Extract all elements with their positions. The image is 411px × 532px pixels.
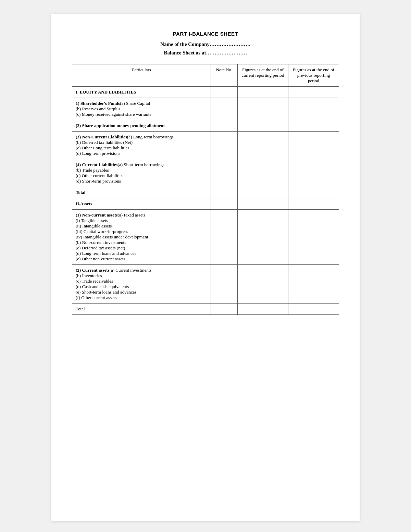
equity-liabilities-label: I. EQUITY AND LIABILITIES xyxy=(72,87,211,98)
balance-sheet-table: Particulars Note No. Figures as at the e… xyxy=(72,64,339,315)
shareholders-funds-row: 1) Shareholder's Funds(a) Share Capital … xyxy=(72,98,339,120)
non-current-liabilities-current xyxy=(237,132,288,159)
non-current-assets-current xyxy=(237,210,288,265)
non-current-assets-capital-wip: (iii) Capital work-in-progress xyxy=(76,229,128,234)
share-application-previous xyxy=(288,120,339,132)
current-assets-noteno xyxy=(211,265,238,304)
total-equity-liabilities-noteno xyxy=(211,187,238,198)
assets-header-row: II.Assets xyxy=(72,198,339,210)
total-equity-liabilities-current xyxy=(237,187,288,198)
non-current-liabilities-label: (3) Non-Current Liabilities(a) Long-term… xyxy=(72,132,211,159)
current-assets-trade-receivables: (c) Trade receivables xyxy=(76,279,113,284)
current-liabilities-noteno xyxy=(211,159,238,187)
share-application-text: (2) Share application money pending allo… xyxy=(76,123,165,128)
equity-liabilities-header-row: I. EQUITY AND LIABILITIES xyxy=(72,87,339,98)
current-assets-label: (2) Current assets(a) Current investment… xyxy=(72,265,211,304)
current-assets-row: (2) Current assets(a) Current investment… xyxy=(72,265,339,304)
shareholders-funds-previous xyxy=(288,98,339,120)
shareholders-funds-share-capital: (a) Share Capital xyxy=(120,101,150,106)
non-current-assets-previous xyxy=(288,210,339,265)
non-current-assets-investments: (b) Non-current investments xyxy=(76,240,126,245)
total-assets-label: Total xyxy=(72,304,211,315)
header-noteno: Note No. xyxy=(211,64,238,87)
equity-liabilities-previous xyxy=(288,87,339,98)
equity-liabilities-text: I. EQUITY AND LIABILITIES xyxy=(76,89,136,95)
total-assets-noteno xyxy=(211,304,238,315)
current-liabilities-previous xyxy=(288,159,339,187)
non-current-assets-fixed: (a) Fixed assets xyxy=(118,212,146,218)
current-liabilities-row: (4) Current Liabilities(a) Short-term bo… xyxy=(72,159,339,187)
non-current-liabilities-other: (c) Other Long term liabilities xyxy=(76,145,129,150)
page-title: PART I-BALANCE SHEET xyxy=(72,31,339,37)
non-current-liabilities-borrowings: (a) Long-term borrowings xyxy=(127,134,174,139)
assets-header-previous xyxy=(288,198,339,210)
shareholders-funds-noteno xyxy=(211,98,238,120)
assets-header-label: II.Assets xyxy=(72,198,211,210)
share-application-current xyxy=(237,120,288,132)
current-assets-inventories: (b) Inventories xyxy=(76,273,102,278)
assets-header-text: II.Assets xyxy=(76,201,92,206)
non-current-assets-loans: (d) Long term loans and advances xyxy=(76,251,136,256)
equity-liabilities-noteno xyxy=(211,87,238,98)
non-current-assets-tangible: (i) Tangible assets xyxy=(76,218,108,223)
non-current-liabilities-noteno xyxy=(211,132,238,159)
non-current-assets-other: (e) Other non-current assets xyxy=(76,256,125,261)
non-current-assets-deferred-tax: (c) Deferred tax assets (net) xyxy=(76,245,125,250)
assets-header-current xyxy=(237,198,288,210)
non-current-assets-intangible-dev: (iv) Intangible assets under development xyxy=(76,234,148,239)
current-assets-current xyxy=(237,265,288,304)
shareholders-funds-bold: 1) Shareholder's Funds xyxy=(76,101,120,106)
non-current-liabilities-row: (3) Non-Current Liabilities(a) Long-term… xyxy=(72,132,339,159)
non-current-assets-noteno xyxy=(211,210,238,265)
company-name: Name of the Company…………………… xyxy=(72,41,339,47)
current-liabilities-current xyxy=(237,159,288,187)
current-liabilities-other: (c) Other current liabilities xyxy=(76,173,123,178)
current-assets-cash: (d) Cash and cash equivalents xyxy=(76,284,129,289)
current-assets-other: (f) Other current assets xyxy=(76,295,116,300)
total-equity-liabilities-row: Total xyxy=(72,187,339,198)
assets-header-noteno xyxy=(211,198,238,210)
page-container: PART I-BALANCE SHEET Name of the Company… xyxy=(51,14,360,521)
share-application-row: (2) Share application money pending allo… xyxy=(72,120,339,132)
table-header-row: Particulars Note No. Figures as at the e… xyxy=(72,64,339,87)
share-application-noteno xyxy=(211,120,238,132)
balance-sheet-date: Balance Sheet as at…………………… xyxy=(72,50,339,56)
non-current-liabilities-provisions: (d) Long term provisions xyxy=(76,151,120,156)
non-current-assets-row: (1) Non-current assets(a) Fixed assets (… xyxy=(72,210,339,265)
current-assets-loans: (e) Short-term loans and advances xyxy=(76,289,137,295)
non-current-liabilities-previous xyxy=(288,132,339,159)
current-liabilities-bold: (4) Current Liabilities xyxy=(76,162,118,167)
current-assets-previous xyxy=(288,265,339,304)
non-current-liabilities-deferred: (b) Deferred tax liabilities (Net) xyxy=(76,140,133,145)
equity-liabilities-current xyxy=(237,87,288,98)
total-equity-liabilities-label: Total xyxy=(72,187,211,198)
total-assets-previous xyxy=(288,304,339,315)
header-particulars: Particulars xyxy=(72,64,211,87)
shareholders-funds-label: 1) Shareholder's Funds(a) Share Capital … xyxy=(72,98,211,120)
share-application-label: (2) Share application money pending allo… xyxy=(72,120,211,132)
total-assets-row: Total xyxy=(72,304,339,315)
current-liabilities-trade: (b) Trade payables xyxy=(76,168,109,173)
current-liabilities-provisions: (d) Short-term provisions xyxy=(76,178,121,184)
shareholders-funds-current xyxy=(237,98,288,120)
non-current-assets-intangible: (ii) Intangible assets xyxy=(76,223,112,228)
current-assets-bold: (2) Current assets xyxy=(76,268,110,273)
total-assets-current xyxy=(237,304,288,315)
non-current-assets-bold: (1) Non-current assets xyxy=(76,212,118,218)
non-current-liabilities-bold: (3) Non-Current Liabilities xyxy=(76,134,127,139)
header-figures-current: Figures as at the end of current reporti… xyxy=(237,64,288,87)
shareholders-funds-warrants: (c) Money received against share warrant… xyxy=(76,112,151,117)
shareholders-funds-reserves: (b) Reserves and Surplus xyxy=(76,106,120,111)
current-assets-investments: (a) Current investments xyxy=(110,268,152,273)
total-equity-liabilities-previous xyxy=(288,187,339,198)
current-liabilities-label: (4) Current Liabilities(a) Short-term bo… xyxy=(72,159,211,187)
header-figures-previous: Figures as at the end of previous report… xyxy=(288,64,339,87)
non-current-assets-label: (1) Non-current assets(a) Fixed assets (… xyxy=(72,210,211,265)
current-liabilities-borrowings: (a) Short-term borrowings xyxy=(118,162,164,167)
